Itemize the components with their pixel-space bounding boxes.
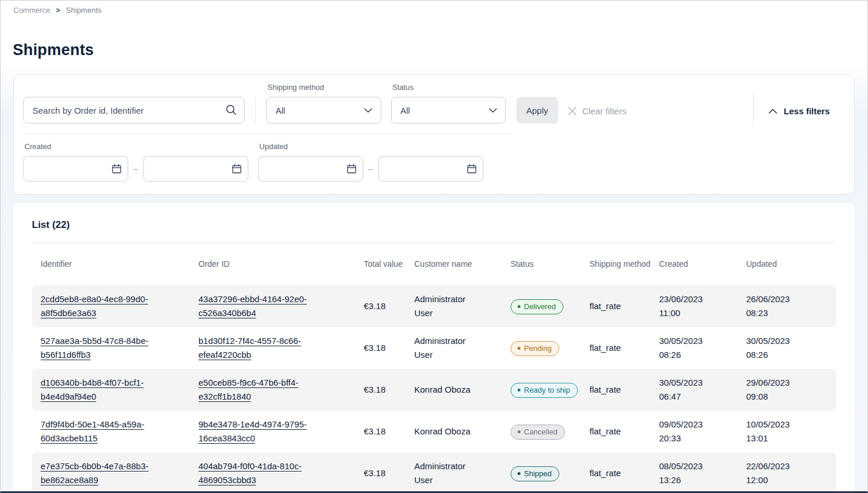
table-header-row: Identifier Order ID Total value Customer…	[32, 243, 836, 285]
created-at: 30/05/2023 06:47	[659, 376, 715, 404]
customer-name: Administrator User	[414, 459, 479, 487]
col-shipping-method: Shipping method	[589, 259, 659, 270]
order-id-link[interactable]: 43a37296-ebbd-4164-92e0-c526a340b6b4	[198, 292, 329, 320]
status-badge: Ready to ship	[511, 383, 578, 398]
status-badge: Pending	[511, 341, 559, 356]
shipping-method-label: Shipping method	[267, 83, 381, 92]
filter-divider	[255, 97, 256, 124]
updated-at: 10/05/2023 13:01	[746, 418, 802, 445]
filter-divider	[753, 93, 754, 124]
status-dot-icon	[518, 305, 520, 308]
calendar-icon[interactable]	[346, 164, 357, 174]
customer-name: Konrad Oboza	[414, 425, 479, 438]
page-title: Shipments	[13, 41, 867, 59]
calendar-icon[interactable]	[232, 164, 242, 174]
shipping-method: flat_rate	[589, 299, 659, 313]
created-at: 23/06/2023 11:00	[659, 292, 715, 320]
shipments-list-card: List (22) Identifier Order ID Total valu…	[13, 203, 855, 493]
chevron-down-icon	[364, 108, 372, 113]
list-title: List (22)	[32, 219, 836, 231]
total-value: €3.18	[364, 341, 414, 355]
identifier-link[interactable]: 7df9f4bd-50e1-4845-a59a-60d3acbeb115	[41, 418, 171, 445]
updated-filter-label: Updated	[259, 142, 483, 151]
calendar-icon[interactable]	[111, 164, 122, 174]
status-dot-icon	[518, 347, 520, 350]
filters-panel: Shipping method All Status All	[13, 74, 855, 195]
updated-date-range: –	[258, 156, 483, 182]
apply-button[interactable]: Apply	[516, 97, 558, 124]
status-dot-icon	[518, 430, 520, 433]
breadcrumb-commerce[interactable]: Commerce	[13, 6, 50, 14]
order-id-link[interactable]: 9b4e3478-1e4d-4974-9795-16cea3843cc0	[198, 418, 329, 445]
total-value: €3.18	[364, 299, 414, 313]
total-value: €3.18	[364, 425, 414, 438]
col-order-id: Order ID	[198, 259, 364, 270]
updated-at: 26/06/2023 08:23	[746, 292, 802, 320]
search-label-spacer	[24, 83, 245, 92]
shipping-method: flat_rate	[589, 425, 659, 438]
col-status: Status	[511, 259, 589, 270]
order-id-link[interactable]: b1d30f12-7f4c-4557-8c66-efeaf4220cbb	[198, 334, 329, 362]
col-customer-name: Customer name	[414, 259, 511, 270]
created-at: 09/05/2023 20:33	[659, 418, 715, 445]
table-row: 7df9f4bd-50e1-4845-a59a-60d3acbeb115 9b4…	[32, 411, 836, 452]
range-separator: –	[368, 164, 373, 173]
status-badge: Cancelled	[511, 425, 565, 440]
total-value: €3.18	[364, 383, 414, 397]
created-filter-label: Created	[24, 142, 248, 151]
identifier-link[interactable]: e7e375cb-6b0b-4e7a-88b3-be862ace8a89	[41, 459, 171, 487]
status-label: Status	[392, 83, 506, 92]
chevron-down-icon	[489, 108, 497, 113]
table-row: e7e375cb-6b0b-4e7a-88b3-be862ace8a89 404…	[32, 452, 836, 493]
shipping-method: flat_rate	[589, 341, 659, 355]
breadcrumb-separator: >	[56, 6, 60, 14]
less-filters-label: Less filters	[784, 106, 830, 116]
status-select[interactable]: All	[391, 97, 506, 124]
range-separator: –	[133, 164, 138, 173]
status-dot-icon	[518, 389, 520, 392]
customer-name: Konrad Oboza	[414, 383, 479, 397]
clear-filters-label: Clear filters	[583, 106, 627, 116]
identifier-link[interactable]: 527aae3a-5b5d-47c8-84be-b56f11d6ffb3	[41, 334, 171, 362]
table-row: 527aae3a-5b5d-47c8-84be-b56f11d6ffb3 b1d…	[32, 327, 836, 369]
created-date-range: –	[23, 156, 248, 182]
status-value: All	[400, 106, 410, 115]
table-body: 2cdd5eb8-e8a0-4ec8-99d0-a8f5db6e3a63 43a…	[32, 285, 836, 493]
breadcrumb: Commerce > Shipments	[13, 6, 855, 14]
identifier-link[interactable]: d106340b-b4b8-4f07-bcf1-b4e4d9af94e0	[41, 376, 171, 404]
order-id-link[interactable]: e50ceb85-f9c6-47b6-bff4-e32cff1b1840	[198, 376, 329, 404]
table-row: 2cdd5eb8-e8a0-4ec8-99d0-a8f5db6e3a63 43a…	[32, 285, 836, 327]
col-total-value: Total value	[364, 259, 414, 270]
customer-name: Administrator User	[414, 334, 479, 362]
close-icon	[567, 106, 577, 116]
shipping-method-value: All	[276, 106, 285, 115]
shipping-method: flat_rate	[589, 466, 659, 480]
calendar-icon[interactable]	[466, 164, 477, 174]
updated-at: 22/06/2023 12:00	[746, 459, 802, 487]
shipping-method-select[interactable]: All	[266, 97, 381, 124]
total-value: €3.18	[364, 466, 414, 480]
search-icon[interactable]	[225, 104, 237, 116]
created-at: 30/05/2023 08:26	[659, 334, 715, 362]
created-at: 08/05/2023 13:26	[659, 459, 715, 487]
identifier-link[interactable]: 2cdd5eb8-e8a0-4ec8-99d0-a8f5db6e3a63	[41, 292, 171, 320]
shipping-method: flat_rate	[589, 383, 659, 397]
order-id-link[interactable]: 404ab794-f0f0-41da-810c-4869053cbbd3	[198, 459, 329, 487]
top-bar: Commerce > Shipments	[1, 1, 867, 19]
customer-name: Administrator User	[414, 292, 479, 320]
status-badge: Shipped	[511, 466, 559, 481]
status-badge: Delivered	[511, 299, 563, 314]
col-updated: Updated	[746, 259, 836, 270]
updated-at: 30/05/2023 08:26	[746, 334, 802, 362]
table-row: d106340b-b4b8-4f07-bcf1-b4e4d9af94e0 e50…	[32, 369, 836, 411]
col-identifier: Identifier	[32, 259, 198, 270]
chevron-up-icon	[768, 108, 777, 114]
less-filters-button[interactable]: Less filters	[768, 106, 830, 116]
col-created: Created	[659, 259, 746, 270]
clear-filters-button[interactable]: Clear filters	[567, 106, 627, 116]
updated-at: 29/06/2023 09:08	[746, 376, 802, 404]
breadcrumb-shipments: Shipments	[66, 6, 102, 14]
status-dot-icon	[518, 472, 520, 475]
search-input[interactable]	[23, 97, 245, 124]
